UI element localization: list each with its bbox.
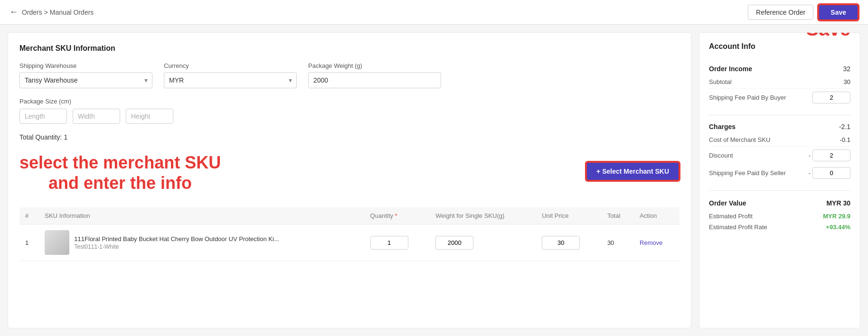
width-input[interactable] [73, 109, 120, 124]
shipping-fee-seller-label: Shipping Fee Paid By Seller [709, 169, 786, 177]
charges-section: Charges -2.1 Cost of Merchant SKU -0.1 D… [709, 120, 850, 182]
col-index: # [19, 207, 39, 224]
order-value-value: MYR 30 [826, 199, 850, 207]
cost-merchant-sku-value: -0.1 [840, 136, 850, 143]
right-panel: Account Info Save Order Income 32 Subtot… [699, 32, 860, 328]
col-weight: Weight for Single SKU(g) [430, 207, 536, 224]
currency-select-wrapper: MYR [164, 72, 297, 88]
subtotal-value: 30 [844, 78, 850, 85]
save-big-label: Save [806, 32, 850, 40]
back-button[interactable]: ← [9, 7, 18, 17]
breadcrumb-area: ← Orders > Manual Orders [9, 7, 94, 17]
order-income-section: Order Income 32 Subtotal 30 Shipping Fee… [709, 62, 850, 106]
shipping-warehouse-select[interactable]: Tansy Warehouse [19, 72, 152, 88]
subtotal-label: Subtotal [709, 78, 732, 85]
top-bar: ← Orders > Manual Orders Reference Order… [0, 0, 868, 25]
col-quantity: Quantity * [365, 207, 430, 224]
cost-merchant-sku-label: Cost of Merchant SKU [709, 136, 770, 143]
shipping-fee-seller-prefix: - [809, 169, 811, 177]
currency-label: Currency [164, 62, 297, 69]
row-index: 1 [19, 224, 39, 261]
row-action: Remove [634, 224, 679, 261]
shipping-warehouse-select-wrapper: Tansy Warehouse [19, 72, 152, 88]
table-row: 1 111Floral Printed Baby Bucket Hat Cher… [19, 224, 679, 261]
order-value-row: Order Value MYR 30 [709, 196, 850, 211]
reference-order-button[interactable]: Reference Order [748, 5, 813, 20]
order-income-row: Order Income 32 [709, 62, 850, 75]
sku-text: 111Floral Printed Baby Bucket Hat Cherry… [74, 235, 279, 250]
col-unit-price: Unit Price [536, 207, 602, 224]
form-row-1: Shipping Warehouse Tansy Warehouse Curre… [19, 62, 679, 88]
charges-label: Charges [709, 123, 736, 131]
annotation-text: select the merchant SKU and enter the in… [19, 152, 221, 193]
charges-value: -2.1 [839, 123, 850, 131]
divider-1 [709, 115, 850, 115]
sku-table: # SKU Information Quantity * Weight for … [19, 207, 679, 261]
remove-button[interactable]: Remove [640, 239, 662, 246]
currency-select[interactable]: MYR [164, 72, 297, 88]
shipping-fee-seller-row: Shipping Fee Paid By Seller - [709, 164, 850, 182]
sku-thumbnail [45, 230, 69, 255]
length-input[interactable] [19, 109, 67, 124]
top-bar-actions: Reference Order Save [748, 4, 859, 20]
divider-2 [709, 190, 850, 191]
estimated-profit-rate-row: Estimated Profit Rate +93.44% [709, 222, 850, 233]
package-size-label: Package Size (cm) [19, 98, 679, 105]
charges-row: Charges -2.1 [709, 120, 850, 133]
select-merchant-sku-button[interactable]: + Select Merchant SKU [586, 162, 679, 181]
discount-label: Discount [709, 152, 733, 159]
sku-variant: Test0111-1-White [74, 243, 279, 250]
breadcrumb: Orders > Manual Orders [22, 9, 94, 16]
total-quantity: Total Quantity: 1 [19, 133, 679, 141]
section-title: Merchant SKU Information [19, 44, 679, 53]
table-header: # SKU Information Quantity * Weight for … [19, 207, 679, 224]
col-sku-info: SKU Information [39, 207, 364, 224]
row-unit-price [536, 224, 602, 261]
shipping-warehouse-label: Shipping Warehouse [19, 62, 152, 69]
sku-image [45, 230, 69, 255]
shipping-fee-buyer-row: Shipping Fee Paid By Buyer [709, 89, 850, 106]
discount-row: Discount - [709, 147, 850, 164]
discount-prefix: - [809, 152, 811, 159]
subtotal-row: Subtotal 30 [709, 75, 850, 89]
shipping-warehouse-field: Shipping Warehouse Tansy Warehouse [19, 62, 152, 88]
save-button[interactable]: Save [818, 4, 859, 20]
row-sku-info: 111Floral Printed Baby Bucket Hat Cherry… [39, 224, 364, 261]
shipping-fee-seller-input[interactable] [812, 167, 850, 179]
sku-name: 111Floral Printed Baby Bucket Hat Cherry… [74, 235, 279, 243]
select-sku-area: + Select Merchant SKU [586, 162, 679, 181]
shipping-fee-seller-input-area: - [809, 167, 850, 179]
cost-merchant-sku-row: Cost of Merchant SKU -0.1 [709, 133, 850, 147]
main-layout: Merchant SKU Information Shipping Wareho… [0, 25, 868, 336]
height-input[interactable] [126, 109, 173, 124]
discount-input[interactable] [812, 149, 850, 161]
estimated-profit-label: Estimated Profit [709, 213, 753, 220]
shipping-fee-buyer-label: Shipping Fee Paid By Buyer [709, 94, 786, 101]
discount-input-area: - [809, 149, 850, 161]
package-weight-field: Package Weight (g) [308, 62, 441, 88]
account-title: Account Info [709, 42, 755, 51]
sku-info-cell: 111Floral Printed Baby Bucket Hat Cherry… [45, 230, 359, 255]
order-income-value: 32 [843, 65, 850, 73]
estimated-profit-rate-value: +93.44% [826, 224, 850, 231]
row-quantity [365, 224, 430, 261]
package-size-section: Package Size (cm) [19, 98, 679, 124]
order-value-label: Order Value [709, 199, 746, 207]
row-total: 30 [602, 224, 634, 261]
col-action: Action [634, 207, 679, 224]
shipping-fee-buyer-input[interactable] [812, 92, 850, 103]
weight-single-input[interactable] [435, 236, 473, 250]
estimated-profit-value: MYR 29.9 [823, 213, 850, 220]
order-income-label: Order Income [709, 65, 752, 73]
package-weight-label: Package Weight (g) [308, 62, 441, 69]
unit-price-input[interactable] [542, 236, 580, 250]
estimated-profit-rate-label: Estimated Profit Rate [709, 224, 767, 231]
package-weight-input[interactable] [308, 72, 441, 88]
currency-field: Currency MYR [164, 62, 297, 88]
package-size-inputs [19, 109, 679, 124]
quantity-input[interactable] [370, 236, 408, 250]
estimated-profit-row: Estimated Profit MYR 29.9 [709, 211, 850, 222]
col-total: Total [602, 207, 634, 224]
table-body: 1 111Floral Printed Baby Bucket Hat Cher… [19, 224, 679, 261]
left-panel: Merchant SKU Information Shipping Wareho… [8, 32, 691, 328]
